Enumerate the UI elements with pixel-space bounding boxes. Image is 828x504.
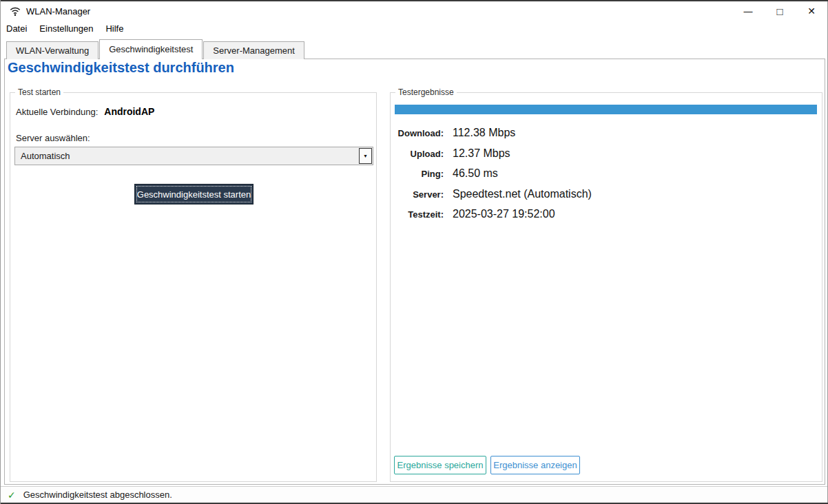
speedtest-progressbar — [395, 105, 817, 114]
test-start-groupbox: Test starten Aktuelle Verbindung:Android… — [10, 92, 377, 482]
download-value: 112.38 Mbps — [453, 127, 515, 139]
window-title: WLAN-Manager — [26, 6, 90, 17]
ping-value: 46.50 ms — [453, 167, 498, 180]
speedtest-progress-fill — [395, 105, 817, 114]
server-label: Server: — [394, 189, 444, 200]
menu-bar: Datei Einstellungen Hilfe — [1, 21, 827, 36]
show-results-button[interactable]: Ergebnisse anzeigen — [490, 456, 580, 474]
testtime-value: 2025-03-27 19:52:00 — [453, 208, 555, 220]
result-row-server: Server: Speedtest.net (Automatisch) — [394, 188, 592, 200]
test-start-group-label: Test starten — [15, 87, 63, 97]
menu-item-datei[interactable]: Datei — [1, 22, 33, 35]
tab-server-management[interactable]: Server-Management — [203, 41, 304, 59]
status-message: Geschwindigkeitstest abgeschlossen. — [23, 490, 172, 500]
server-select-label: Server auswählen: — [16, 133, 90, 143]
page-title: Geschwindigkeitstest durchführen — [8, 60, 234, 76]
save-results-button[interactable]: Ergebnisse speichern — [394, 456, 486, 474]
download-label: Download: — [394, 128, 444, 138]
minimize-icon[interactable]: — — [732, 1, 764, 21]
title-bar: WLAN-Manager — □ ✕ — [1, 1, 827, 21]
app-window: WLAN-Manager — □ ✕ Datei Einstellungen H… — [0, 0, 828, 504]
tab-geschwindigkeitstest[interactable]: Geschwindigkeitstest — [99, 39, 203, 59]
current-connection-label: Aktuelle Verbindung: — [16, 107, 98, 117]
wifi-icon — [10, 6, 21, 17]
status-bar: ✓ Geschwindigkeitstest abgeschlossen. — [1, 486, 827, 503]
result-row-download: Download: 112.38 Mbps — [394, 127, 592, 139]
server-select-value: Automatisch — [15, 151, 359, 161]
results-list: Download: 112.38 Mbps Upload: 12.37 Mbps… — [394, 127, 592, 229]
current-connection-value: AndroidAP — [104, 106, 154, 117]
chevron-down-icon[interactable]: ▼ — [359, 148, 372, 164]
menu-item-hilfe[interactable]: Hilfe — [99, 22, 130, 35]
window-controls: — □ ✕ — [732, 1, 827, 21]
test-results-group-label: Testergebnisse — [395, 87, 457, 97]
window-top-border — [1, 0, 828, 1]
result-row-upload: Upload: 12.37 Mbps — [394, 147, 592, 160]
tab-wlan-verwaltung[interactable]: WLAN-Verwaltung — [6, 41, 99, 59]
start-speedtest-button[interactable]: Geschwindigkeitstest starten — [134, 184, 253, 204]
result-row-ping: Ping: 46.50 ms — [394, 167, 592, 180]
ping-label: Ping: — [394, 169, 444, 179]
upload-label: Upload: — [394, 149, 444, 159]
server-value: Speedtest.net (Automatisch) — [453, 188, 592, 200]
menu-item-einstellungen[interactable]: Einstellungen — [33, 22, 99, 35]
result-row-testzeit: Testzeit: 2025-03-27 19:52:00 — [394, 208, 592, 220]
check-icon: ✓ — [8, 490, 16, 501]
server-select-dropdown[interactable]: Automatisch ▼ — [14, 147, 373, 165]
upload-value: 12.37 Mbps — [453, 147, 510, 160]
maximize-icon[interactable]: □ — [764, 1, 796, 21]
current-connection-row: Aktuelle Verbindung:AndroidAP — [16, 106, 154, 117]
tab-bar: WLAN-Verwaltung Geschwindigkeitstest Ser… — [6, 39, 305, 59]
test-results-groupbox: Testergebnisse Download: 112.38 Mbps Upl… — [390, 92, 822, 482]
testtime-label: Testzeit: — [394, 209, 444, 220]
close-icon[interactable]: ✕ — [796, 1, 827, 21]
